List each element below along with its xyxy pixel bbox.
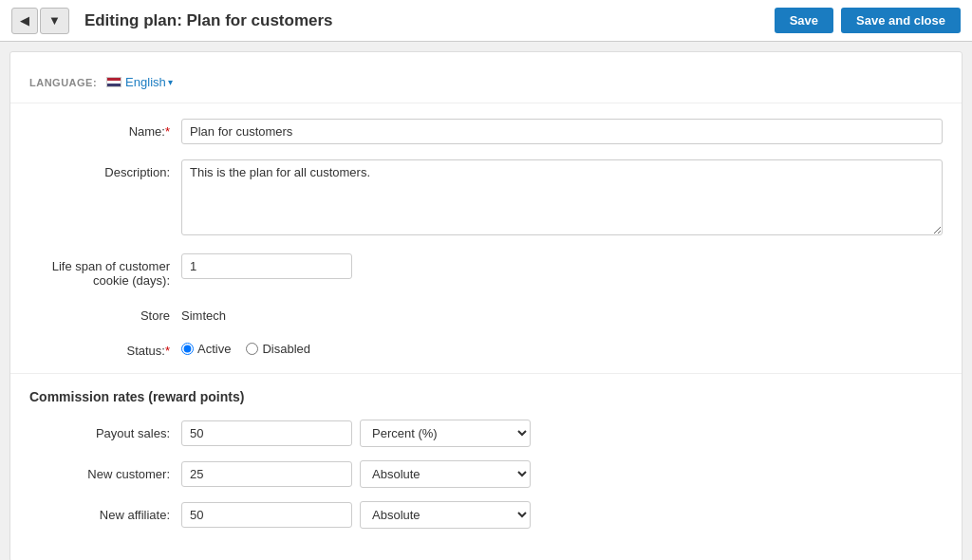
new-affiliate-inputs: Percent (%) Absolute <box>181 501 531 529</box>
name-row: Name:* <box>29 119 943 144</box>
back-button[interactable]: ◀ <box>11 8 38 34</box>
nav-buttons: ◀ ▼ <box>11 8 69 34</box>
dropdown-button[interactable]: ▼ <box>40 8 69 34</box>
page-title: Editing plan: Plan for customers <box>84 11 775 30</box>
status-label: Status:* <box>29 338 181 358</box>
description-input[interactable]: This is the plan for all customers. <box>181 159 943 235</box>
new-affiliate-label: New affiliate: <box>29 508 181 522</box>
language-selector[interactable]: English ▾ <box>106 75 173 89</box>
status-active-radio[interactable] <box>181 343 194 355</box>
language-row: LANGUAGE: English ▾ <box>10 67 962 103</box>
lifespan-control <box>181 253 943 279</box>
flag-icon <box>106 77 122 87</box>
new-customer-inputs: Percent (%) Absolute <box>181 460 531 488</box>
form-section: Name:* Description: This is the plan for… <box>10 119 962 358</box>
lifespan-input[interactable] <box>181 253 352 279</box>
new-customer-value-input[interactable] <box>181 461 352 487</box>
required-star-status: * <box>165 344 170 358</box>
new-customer-type-select[interactable]: Percent (%) Absolute <box>360 460 531 488</box>
store-row: Store Simtech <box>29 303 943 323</box>
lifespan-row: Life span of customer cookie (days): <box>29 253 943 288</box>
chevron-down-icon: ▾ <box>168 77 173 87</box>
name-input[interactable] <box>181 119 943 144</box>
description-label: Description: <box>29 159 181 179</box>
header-actions: Save Save and close <box>775 8 961 33</box>
new-customer-row: New customer: Percent (%) Absolute <box>29 460 943 488</box>
language-label: LANGUAGE: <box>29 77 97 88</box>
status-disabled-label[interactable]: Disabled <box>246 342 310 356</box>
payout-type-select[interactable]: Percent (%) Absolute <box>360 420 531 447</box>
description-row: Description: This is the plan for all cu… <box>29 159 943 238</box>
new-customer-label: New customer: <box>29 467 181 481</box>
commission-title: Commission rates (reward points) <box>29 389 943 404</box>
name-control <box>181 119 943 144</box>
save-and-close-button[interactable]: Save and close <box>841 8 961 33</box>
store-value: Simtech <box>181 303 943 323</box>
status-active-label[interactable]: Active <box>181 342 231 356</box>
status-radio-group: Active Disabled <box>181 338 943 356</box>
status-disabled-text: Disabled <box>262 342 310 356</box>
language-value: English <box>125 75 166 89</box>
status-active-text: Active <box>197 342 231 356</box>
new-affiliate-type-select[interactable]: Percent (%) Absolute <box>360 501 531 529</box>
new-affiliate-row: New affiliate: Percent (%) Absolute <box>29 501 943 529</box>
name-label: Name:* <box>29 119 181 139</box>
save-button[interactable]: Save <box>775 8 833 33</box>
status-row: Status:* Active Disabled <box>29 338 943 358</box>
payout-row: Payout sales: Percent (%) Absolute <box>29 420 943 447</box>
status-control: Active Disabled <box>181 338 943 356</box>
payout-value-input[interactable] <box>181 420 352 446</box>
store-label: Store <box>29 303 181 323</box>
required-star: * <box>165 124 170 139</box>
lifespan-label: Life span of customer cookie (days): <box>29 253 181 288</box>
payout-inputs: Percent (%) Absolute <box>181 420 531 447</box>
payout-label: Payout sales: <box>29 426 181 440</box>
status-disabled-radio[interactable] <box>246 343 258 355</box>
commission-section: Commission rates (reward points) Payout … <box>10 373 962 529</box>
main-content: LANGUAGE: English ▾ Name:* Description: … <box>9 51 963 560</box>
new-affiliate-value-input[interactable] <box>181 502 352 528</box>
description-control: This is the plan for all customers. <box>181 159 943 238</box>
page-header: ◀ ▼ Editing plan: Plan for customers Sav… <box>0 0 972 42</box>
